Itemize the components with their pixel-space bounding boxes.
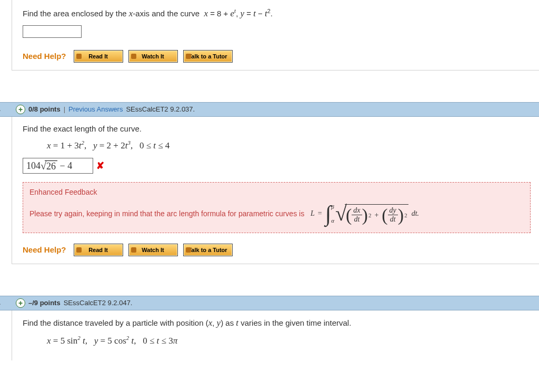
- watch-it-button[interactable]: Watch It: [128, 244, 178, 256]
- q2-prompt: Find the exact length of the curve.: [23, 124, 531, 133]
- q3-points: –/9 points: [28, 299, 61, 307]
- q1-prompt: Find the area enclosed by the x-axis and…: [23, 7, 531, 19]
- wrong-icon: ✘: [96, 160, 104, 172]
- q2-answer-input[interactable]: 104√26 − 4: [23, 158, 93, 174]
- row-marker: .: [0, 298, 1, 306]
- read-it-button[interactable]: Read It: [74, 244, 123, 256]
- expand-icon[interactable]: +: [16, 105, 25, 114]
- arc-length-formula: L = ∫ β α √ ( dxdt ): [311, 204, 419, 224]
- q3-reference: SEssCalcET2 9.2.047.: [64, 299, 133, 307]
- need-help-row: Need Help? Read It Watch It Talk to a Tu…: [23, 50, 531, 63]
- expand-icon[interactable]: +: [16, 298, 25, 308]
- need-help-label: Need Help?: [23, 245, 66, 254]
- feedback-title: Enhanced Feedback: [29, 188, 524, 196]
- talk-to-tutor-button[interactable]: Talk to a Tutor: [183, 50, 233, 63]
- need-help-row-2: Need Help? Read It Watch It Talk to a Tu…: [23, 244, 531, 256]
- q2-answer-row: 104√26 − 4 ✘: [23, 158, 531, 174]
- row-marker: .: [0, 105, 1, 113]
- feedback-lead: Please try again, keeping in mind that t…: [29, 209, 304, 218]
- q3-header-bar: . + –/9 points SEssCalcET2 9.2.047.: [0, 296, 539, 310]
- q2-header-bar: . + 0/8 points | Previous Answers SEssCa…: [0, 102, 539, 117]
- need-help-label: Need Help?: [23, 52, 66, 61]
- q2-reference: SEssCalcET2 9.2.037.: [126, 105, 195, 113]
- question-2-container: Find the exact length of the curve. x = …: [12, 117, 539, 264]
- question-1-container: Find the area enclosed by the x-axis and…: [12, 0, 539, 71]
- q2-equation: x = 1 + 3t2, y = 2 + 2t3, 0 ≤ t ≤ 4: [47, 139, 531, 151]
- previous-answers-link[interactable]: Previous Answers: [68, 105, 123, 113]
- q2-points: 0/8 points: [28, 105, 61, 113]
- question-3-container: Find the distance traveled by a particle…: [12, 310, 539, 361]
- q3-equation: x = 5 sin2 t, y = 5 cos2 t, 0 ≤ t ≤ 3π: [47, 335, 531, 346]
- watch-it-button[interactable]: Watch It: [128, 50, 178, 63]
- talk-to-tutor-button[interactable]: Talk to a Tutor: [183, 244, 233, 256]
- divider: |: [64, 105, 65, 113]
- q1-answer-input[interactable]: [23, 25, 82, 38]
- integral-symbol: ∫: [325, 205, 332, 223]
- feedback-text: Please try again, keeping in mind that t…: [29, 204, 524, 224]
- read-it-button[interactable]: Read It: [74, 50, 123, 63]
- enhanced-feedback-box: Enhanced Feedback Please try again, keep…: [23, 182, 531, 233]
- q3-prompt: Find the distance traveled by a particle…: [23, 318, 531, 328]
